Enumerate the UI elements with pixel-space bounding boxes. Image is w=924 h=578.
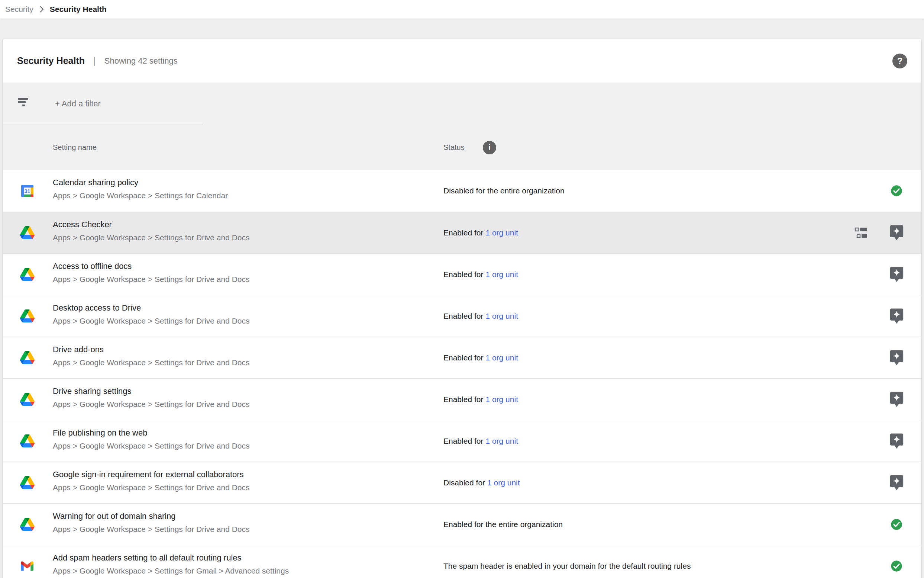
table-header: Setting name Status i bbox=[3, 125, 921, 170]
column-status: Status bbox=[443, 125, 464, 170]
add-filter-button[interactable]: + Add a filter bbox=[55, 83, 101, 125]
status-cell: Enabled for 1 org unit bbox=[443, 212, 518, 253]
status-text: Enabled for bbox=[443, 312, 483, 321]
google-drive-icon bbox=[20, 434, 34, 447]
table-row[interactable]: 31 Add spam headers setting to all defau… bbox=[3, 545, 921, 578]
status-ok-check-icon bbox=[890, 518, 903, 530]
setting-name: Drive sharing settings bbox=[53, 386, 250, 397]
filter-zone: + Add a filter Setting name Status i bbox=[3, 83, 921, 170]
table-row[interactable]: 31 Calendar sharing policy Apps > Google… bbox=[3, 170, 921, 212]
status-text: Enabled for bbox=[443, 353, 483, 362]
status-text: Disabled for the entire organization bbox=[443, 186, 565, 195]
table-row[interactable]: 31 Access Checker Apps > Google Workspac… bbox=[3, 212, 921, 253]
table-row[interactable]: 31 Access to offline docs Apps > Google … bbox=[3, 253, 921, 295]
status-cell: Enabled for 1 org unit bbox=[443, 254, 518, 295]
status-text: Disabled for bbox=[443, 478, 485, 487]
org-unit-link[interactable]: 1 org unit bbox=[485, 228, 518, 237]
column-setting-name: Setting name bbox=[53, 125, 97, 170]
google-drive-icon bbox=[20, 476, 34, 489]
recommendation-badge-icon[interactable] bbox=[890, 475, 903, 490]
google-drive-icon bbox=[20, 518, 34, 531]
title-separator: | bbox=[93, 55, 96, 67]
recommendation-badge-icon[interactable] bbox=[890, 350, 903, 365]
info-icon[interactable]: i bbox=[483, 141, 496, 154]
page-title: Security Health bbox=[17, 55, 85, 66]
status-cell: Enabled for 1 org unit bbox=[443, 420, 518, 461]
setting-path: Apps > Google Workspace > Settings for D… bbox=[53, 399, 250, 409]
setting-name: Desktop access to Drive bbox=[53, 302, 250, 313]
google-drive-icon bbox=[20, 268, 34, 281]
org-unit-link[interactable]: 1 org unit bbox=[485, 312, 518, 321]
google-calendar-icon: 31 bbox=[21, 185, 34, 197]
breadcrumb: Security Security Health bbox=[0, 0, 924, 19]
org-unit-link[interactable]: 1 org unit bbox=[485, 395, 518, 404]
settings-count: Showing 42 settings bbox=[104, 56, 178, 66]
recommendation-badge-icon[interactable] bbox=[890, 225, 903, 241]
org-unit-link[interactable]: 1 org unit bbox=[485, 437, 518, 446]
status-ok-check-icon bbox=[890, 185, 903, 197]
status-text: Enabled for the entire organization bbox=[443, 520, 563, 529]
filter-icon[interactable] bbox=[18, 98, 28, 106]
setting-path: Apps > Google Workspace > Settings for D… bbox=[53, 524, 250, 534]
google-drive-icon bbox=[20, 226, 34, 239]
svg-text:31: 31 bbox=[24, 188, 30, 194]
google-drive-icon bbox=[20, 393, 34, 406]
setting-path: Apps > Google Workspace > Settings for D… bbox=[53, 441, 250, 451]
recommendation-badge-icon[interactable] bbox=[890, 308, 903, 324]
table-row[interactable]: 31 Google sign-in requirement for extern… bbox=[3, 461, 921, 503]
status-text: Enabled for bbox=[443, 437, 483, 446]
setting-path: Apps > Google Workspace > Settings for D… bbox=[53, 274, 250, 284]
table-row[interactable]: 31 Desktop access to Drive Apps > Google… bbox=[3, 295, 921, 337]
status-text: The spam header is enabled in your domai… bbox=[443, 562, 691, 571]
org-units-icon bbox=[854, 227, 867, 239]
gmail-icon bbox=[21, 561, 34, 571]
status-cell: Enabled for the entire organization bbox=[443, 503, 563, 545]
setting-name: Access to offline docs bbox=[53, 261, 250, 272]
recommendation-badge-icon[interactable] bbox=[890, 391, 903, 407]
setting-path: Apps > Google Workspace > Settings for D… bbox=[53, 232, 250, 243]
help-icon[interactable]: ? bbox=[892, 54, 907, 68]
org-unit-link[interactable]: 1 org unit bbox=[485, 353, 518, 362]
chevron-right-icon bbox=[39, 6, 44, 13]
org-unit-link[interactable]: 1 org unit bbox=[487, 478, 520, 487]
status-cell: Disabled for 1 org unit bbox=[443, 462, 520, 503]
setting-name: Calendar sharing policy bbox=[53, 177, 228, 188]
breadcrumb-current: Security Health bbox=[50, 5, 107, 14]
table-row[interactable]: 31 Drive sharing settings Apps > Google … bbox=[3, 378, 921, 420]
setting-name: File publishing on the web bbox=[53, 427, 250, 438]
settings-table: 31 Calendar sharing policy Apps > Google… bbox=[3, 170, 921, 578]
setting-path: Apps > Google Workspace > Settings for D… bbox=[53, 316, 250, 326]
status-text: Enabled for bbox=[443, 395, 483, 404]
setting-name: Drive add-ons bbox=[53, 344, 250, 355]
status-cell: Enabled for 1 org unit bbox=[443, 295, 518, 337]
breadcrumb-security-link[interactable]: Security bbox=[5, 5, 34, 14]
setting-name: Google sign-in requirement for external … bbox=[53, 469, 250, 480]
google-drive-icon bbox=[20, 351, 34, 364]
table-row[interactable]: 31 Drive add-ons Apps > Google Workspace… bbox=[3, 337, 921, 378]
card-header: Security Health | Showing 42 settings ? bbox=[3, 39, 921, 83]
setting-name: Add spam headers setting to all default … bbox=[53, 552, 289, 563]
setting-name: Warning for out of domain sharing bbox=[53, 511, 250, 522]
security-health-card: Security Health | Showing 42 settings ? … bbox=[3, 39, 921, 578]
google-drive-icon bbox=[20, 310, 34, 323]
status-text: Enabled for bbox=[443, 228, 483, 237]
filter-bar: + Add a filter bbox=[3, 83, 921, 125]
setting-path: Apps > Google Workspace > Settings for G… bbox=[53, 566, 289, 576]
status-text: Enabled for bbox=[443, 270, 483, 279]
org-unit-link[interactable]: 1 org unit bbox=[485, 270, 518, 279]
status-cell: Enabled for 1 org unit bbox=[443, 378, 518, 420]
recommendation-badge-icon[interactable] bbox=[890, 266, 903, 282]
setting-path: Apps > Google Workspace > Settings for C… bbox=[53, 190, 228, 201]
recommendation-badge-icon[interactable] bbox=[890, 433, 903, 449]
status-cell: Disabled for the entire organization bbox=[443, 170, 565, 212]
table-row[interactable]: 31 Warning for out of domain sharing App… bbox=[3, 503, 921, 545]
setting-name: Access Checker bbox=[53, 219, 250, 230]
table-row[interactable]: 31 File publishing on the web Apps > Goo… bbox=[3, 420, 921, 461]
setting-path: Apps > Google Workspace > Settings for D… bbox=[53, 357, 250, 368]
status-ok-check-icon bbox=[890, 560, 903, 572]
status-cell: Enabled for 1 org unit bbox=[443, 337, 518, 378]
setting-path: Apps > Google Workspace > Settings for D… bbox=[53, 482, 250, 493]
status-cell: The spam header is enabled in your domai… bbox=[443, 545, 691, 578]
